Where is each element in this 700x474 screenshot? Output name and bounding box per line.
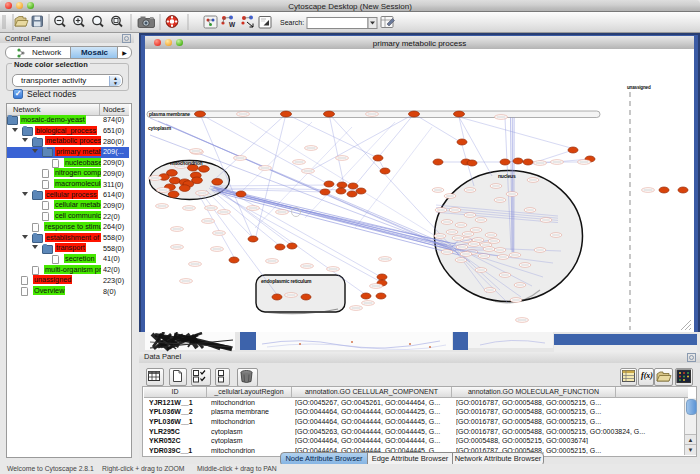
- svg-text:mitochondrion: mitochondrion: [170, 160, 203, 166]
- svg-text:unassigned: unassigned: [627, 85, 651, 90]
- svg-text:plasma membrane: plasma membrane: [149, 111, 190, 117]
- svg-text:W: W: [229, 21, 236, 28]
- svg-text:endoplasmic reticulum: endoplasmic reticulum: [261, 278, 312, 284]
- svg-text:nucleus: nucleus: [498, 173, 516, 179]
- svg-text:Search:: Search:: [280, 19, 304, 26]
- svg-text:cytoplasm: cytoplasm: [148, 125, 172, 131]
